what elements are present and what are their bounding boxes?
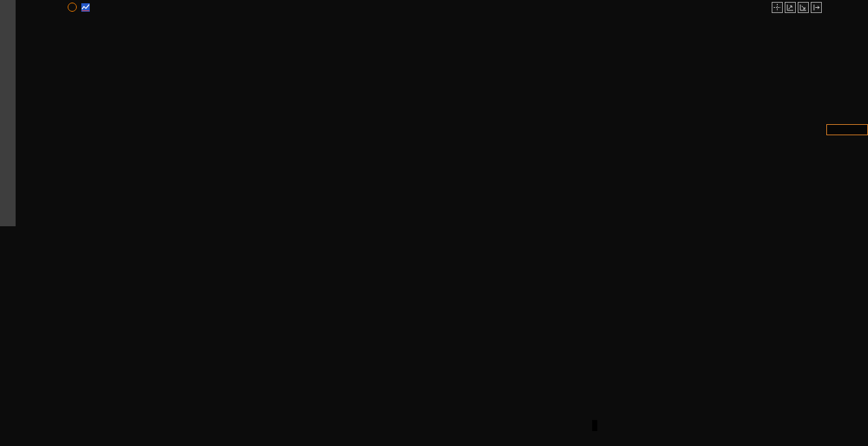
zoom-extents-icon[interactable] — [785, 2, 796, 13]
zoom-x-axis-icon[interactable] — [798, 2, 809, 13]
last-price-badge — [826, 124, 868, 135]
scroll-right-icon[interactable] — [811, 2, 822, 13]
period-selector[interactable] — [18, 422, 22, 432]
xaxis-datetime-tooltip — [592, 420, 597, 431]
move-icon[interactable] — [772, 2, 783, 13]
add-indicator-icon[interactable] — [68, 3, 77, 12]
chart-type-sidebar — [0, 0, 16, 226]
chart-style-icon[interactable] — [81, 3, 90, 12]
chart-toolbar — [772, 2, 822, 13]
kline-app — [0, 0, 868, 446]
chart-header — [59, 1, 108, 13]
candlestick-chart — [0, 0, 868, 446]
